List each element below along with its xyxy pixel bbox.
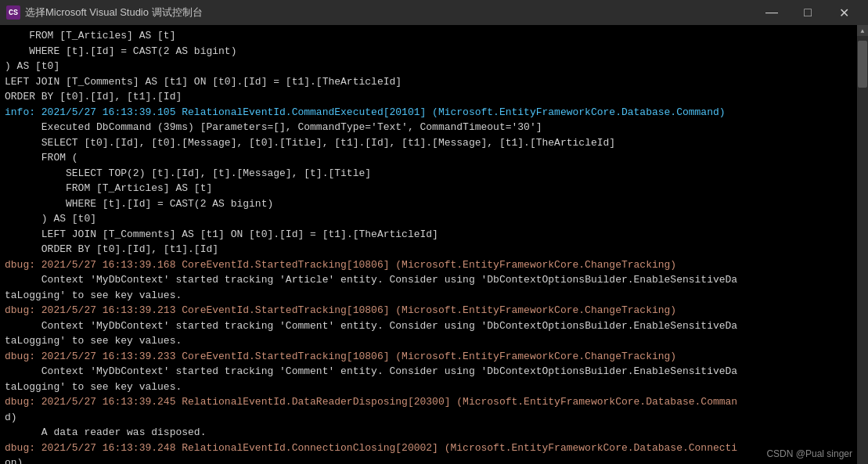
console-line: Executed DbCommand (39ms) [Parameters=[]… [5,120,852,135]
console-line: taLogging' to see key values. [5,333,852,349]
console-line: Context 'MyDbContext' started tracking '… [5,272,852,288]
console-line: ORDER BY [t0].[Id], [t1].[Id] [5,242,852,257]
console-line: SELECT TOP(2) [t].[Id], [t].[Message], [… [5,166,852,182]
console-line: Context 'MyDbContext' started tracking '… [5,318,852,334]
scroll-up-button[interactable]: ▲ [857,25,868,36]
console-line: info: 2021/5/27 16:13:39.105 RelationalE… [5,105,852,120]
app-icon: CS [6,5,20,20]
close-button[interactable]: ✕ [826,0,862,25]
console-line: dbug: 2021/5/27 16:13:39.248 RelationalE… [5,441,852,456]
console-line: taLogging' to see key values. [5,379,852,395]
title-bar: CS 选择Microsoft Visual Studio 调试控制台 — □ ✕ [0,0,868,25]
console-line: WHERE [t].[Id] = CAST(2 AS bigint) [5,196,852,212]
main-window: CS 选择Microsoft Visual Studio 调试控制台 — □ ✕… [0,0,868,464]
window-controls: — □ ✕ [754,0,862,25]
console-line: dbug: 2021/5/27 16:13:39.233 CoreEventId… [5,349,852,365]
window-title: 选择Microsoft Visual Studio 调试控制台 [25,5,203,20]
minimize-button[interactable]: — [754,0,790,25]
console-line: FROM ( [5,150,852,166]
console-line: FROM [T_Articles] AS [t] [5,181,852,196]
console-line: taLogging' to see key values. [5,288,852,304]
console-line: on) [5,455,852,464]
content-area: FROM [T_Articles] AS [t] WHERE [t].[Id] … [0,25,868,464]
console-line: dbug: 2021/5/27 16:13:39.213 CoreEventId… [5,303,852,318]
console-line: ORDER BY [t0].[Id], [t1].[Id] [5,89,852,105]
console-line: LEFT JOIN [T_Comments] AS [t1] ON [t0].[… [5,74,852,90]
console-line: FROM [T_Articles] AS [t] [5,28,852,44]
console-line: WHERE [t].[Id] = CAST(2 AS bigint) [5,44,852,59]
console-line: A data reader was disposed. [5,425,852,441]
scrollbar-thumb[interactable] [858,41,867,88]
scrollbar[interactable]: ▲ [857,25,868,464]
console-line: ) AS [t0] [5,211,852,227]
console-output[interactable]: FROM [T_Articles] AS [t] WHERE [t].[Id] … [0,25,857,464]
console-line: SELECT [t0].[Id], [t0].[Message], [t0].[… [5,135,852,151]
console-line: d) [5,410,852,426]
console-line: dbug: 2021/5/27 16:13:39.245 RelationalE… [5,394,852,410]
console-line: dbug: 2021/5/27 16:13:39.168 CoreEventId… [5,257,852,273]
console-line: Context 'MyDbContext' started tracking '… [5,364,852,379]
title-bar-left: CS 选择Microsoft Visual Studio 调试控制台 [6,5,203,20]
console-line: ) AS [t0] [5,59,852,74]
console-line: LEFT JOIN [T_Comments] AS [t1] ON [t0].[… [5,227,852,243]
maximize-button[interactable]: □ [790,0,826,25]
